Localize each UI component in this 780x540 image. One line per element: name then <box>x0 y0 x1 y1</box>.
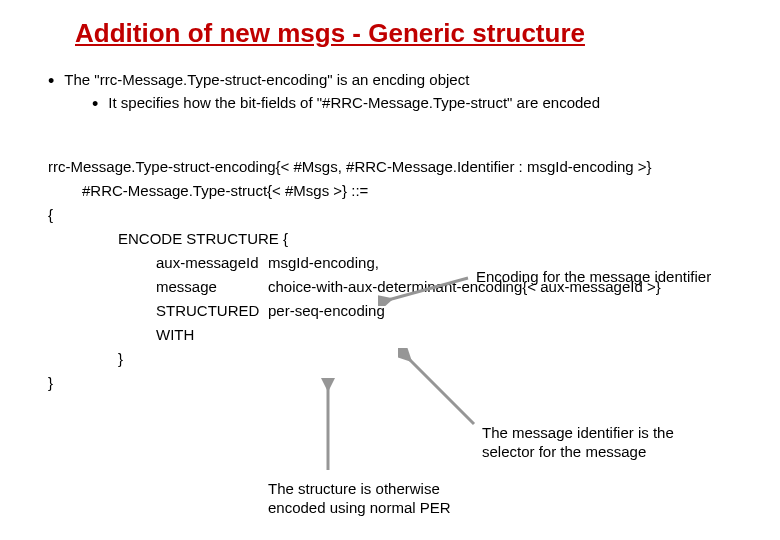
arrow-icon <box>398 348 480 430</box>
code-block: rrc-Message.Type-struct-encoding{< #Msgs… <box>0 117 780 395</box>
annotation-encoding: Encoding for the message identifier <box>476 268 711 287</box>
bullet-text: It specifies how the bit-fields of "#RRC… <box>108 94 600 111</box>
field-name: aux-messageId <box>48 251 268 275</box>
annotation-per: The structure is otherwise encoded using… <box>268 480 498 518</box>
bullet-list: • The "rrc-Message.Type-struct-encoding"… <box>0 49 780 113</box>
bullet-item: • The "rrc-Message.Type-struct-encoding"… <box>48 71 750 90</box>
slide-title: Addition of new msgs - Generic structure <box>0 0 780 49</box>
code-line: { <box>48 203 750 227</box>
svg-line-1 <box>388 278 468 300</box>
bullet-dot-icon: • <box>48 72 54 90</box>
arrow-icon <box>378 272 474 306</box>
code-line: rrc-Message.Type-struct-encoding{< #Msgs… <box>48 155 750 179</box>
bullet-text: The "rrc-Message.Type-struct-encoding" i… <box>64 71 469 88</box>
code-field-row: STRUCTURED WITH per-seq-encoding <box>48 299 750 347</box>
annotation-selector: The message identifier is the selector f… <box>482 424 702 462</box>
bullet-dot-icon: • <box>92 95 98 113</box>
bullet-item: • It specifies how the bit-fields of "#R… <box>92 94 750 113</box>
field-name: message <box>48 275 268 299</box>
svg-line-3 <box>408 358 474 424</box>
field-name: STRUCTURED WITH <box>48 299 268 347</box>
field-value: per-seq-encoding <box>268 299 750 347</box>
code-line: ENCODE STRUCTURE { <box>48 227 750 251</box>
arrow-icon <box>318 378 338 476</box>
code-line: #RRC-Message.Type-struct{< #Msgs >} ::= <box>48 179 750 203</box>
